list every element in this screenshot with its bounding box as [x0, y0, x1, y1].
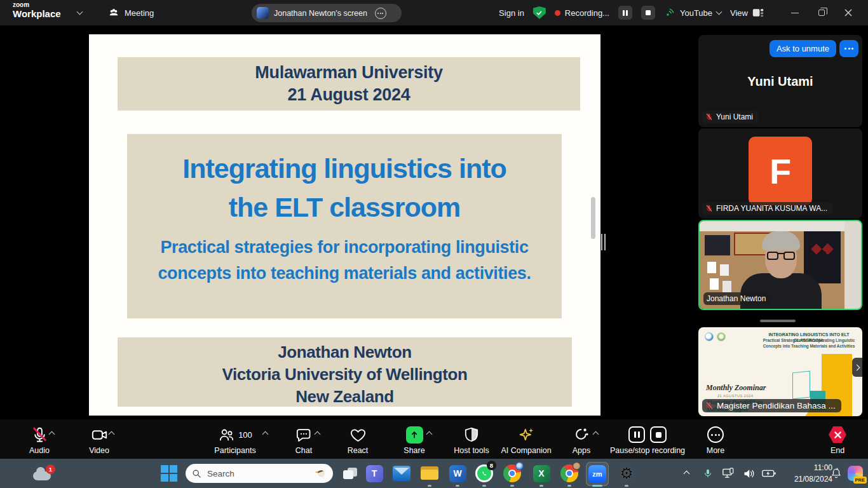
live-stream-icon: [664, 7, 675, 18]
participant-display-name: Yuni Utami: [698, 74, 862, 89]
running-indicator: [625, 485, 628, 487]
maximize-button[interactable]: [808, 0, 835, 25]
excel-app-button[interactable]: X: [532, 464, 550, 482]
poster-rect-outline: [792, 371, 810, 400]
minimize-button[interactable]: [782, 0, 808, 25]
teams-app-button[interactable]: T: [365, 464, 383, 482]
slide-author-box: Jonathan Newton Victoria University of W…: [118, 337, 572, 407]
video-button[interactable]: Video: [70, 424, 128, 455]
pause-recording-button[interactable]: [618, 6, 632, 20]
chat-options-chevron[interactable]: [315, 431, 321, 438]
youtube-live-dropdown[interactable]: YouTube: [664, 7, 721, 18]
participant-tile-firda[interactable]: F FIRDA YUANITA KUSUMA WA...: [698, 128, 862, 219]
pause-stop-recording-control: Pause/stop recording: [597, 424, 698, 455]
whatsapp-icon: 8: [475, 464, 493, 482]
security-shield-icon[interactable]: [533, 6, 546, 19]
youtube-label: YouTube: [680, 8, 712, 18]
taskbar-search[interactable]: Search: [186, 464, 333, 483]
chat-button[interactable]: Chat: [278, 424, 329, 455]
tray-expand-button[interactable]: [677, 464, 695, 482]
running-indicator: [482, 485, 486, 487]
close-button[interactable]: [835, 0, 862, 25]
participant-tile-magister[interactable]: INTEGRATING LINGUISTICS INTO ELT CLASSRO…: [698, 327, 862, 416]
more-button[interactable]: More: [698, 424, 733, 455]
start-button[interactable]: [160, 464, 178, 482]
tray-mic-button[interactable]: [699, 464, 717, 482]
tray-volume-button[interactable]: [740, 464, 757, 482]
chevron-down-icon: [716, 9, 722, 15]
chevron-right-icon: [854, 364, 860, 370]
stop-recording-button[interactable]: [641, 6, 655, 20]
copilot-button[interactable]: PRE: [846, 464, 864, 482]
audio-options-chevron[interactable]: [49, 431, 55, 438]
tray-cast-button[interactable]: [719, 464, 737, 482]
participant-name-tag: Jonathan Newton: [703, 292, 771, 305]
ai-companion-button[interactable]: AI Companion: [494, 424, 558, 455]
cloud-icon: 1: [33, 471, 51, 480]
participants-options-chevron[interactable]: [262, 431, 269, 438]
speaker-icon: [743, 468, 755, 479]
shared-screen-label: Jonathan Newton's screen: [274, 9, 367, 18]
word-app-button[interactable]: W: [449, 464, 466, 482]
shared-screen-pill[interactable]: Jonathan Newton's screen: [252, 4, 402, 22]
pause-recording-button[interactable]: [628, 426, 645, 443]
whatsapp-app-button[interactable]: 8: [475, 464, 493, 482]
audio-button[interactable]: Audio: [10, 424, 69, 455]
monitor-phone-icon: [722, 468, 735, 479]
windows-logo-icon: [161, 465, 177, 482]
stop-recording-button[interactable]: [650, 426, 667, 443]
participants-button[interactable]: 100 Participants: [197, 424, 273, 455]
share-label: Share: [389, 446, 440, 455]
participant-tile-jonathan-active-speaker[interactable]: Jonathan Newton: [698, 220, 862, 310]
sparkle-icon: [517, 426, 535, 444]
host-tools-button[interactable]: Host tools: [445, 424, 498, 455]
chrome-profile2-app-button[interactable]: [560, 464, 578, 482]
view-label: View: [730, 8, 748, 18]
more-options-icon[interactable]: [375, 8, 386, 19]
windows-taskbar: 1 Search T W 8 X: [0, 459, 868, 488]
slide-title-line1: Integrating linguistics into: [127, 149, 562, 188]
settings-app-button[interactable]: ⚙: [618, 464, 635, 482]
participant-name-tag: Magister Pendidikan Bahasa ...: [702, 399, 841, 412]
pause-stop-recording-label: Pause/stop recording: [597, 446, 698, 455]
share-button[interactable]: Share: [389, 424, 440, 455]
heart-icon: [349, 426, 367, 444]
gallery-scroll-divider[interactable]: [760, 320, 796, 322]
running-indicator: [510, 485, 514, 487]
tray-battery-button[interactable]: [760, 464, 778, 482]
muted-mic-icon: [705, 402, 714, 410]
slide-title-line2: the ELT classroom: [127, 188, 562, 227]
chevron-down-icon[interactable]: [77, 9, 83, 15]
task-view-button[interactable]: [341, 464, 359, 482]
file-explorer-button[interactable]: [421, 464, 438, 482]
participant-name-tag: FIRDA YUANITA KUSUMA WA...: [702, 202, 833, 215]
chrome-app-button[interactable]: [503, 464, 521, 482]
tray-time: 11:00: [776, 462, 832, 473]
mail-app-button[interactable]: [393, 464, 410, 482]
participant-tile-yuni[interactable]: Ask to unmute Yuni Utami Yuni Utami: [698, 35, 862, 127]
teams-icon: T: [366, 465, 383, 482]
slide-scrollbar[interactable]: [591, 197, 595, 239]
stage-sidebar-resize-handle[interactable]: [600, 234, 606, 250]
end-meeting-button[interactable]: End: [821, 424, 854, 455]
react-button[interactable]: React: [336, 424, 380, 455]
avatar-letter-text: F: [770, 151, 791, 192]
share-options-chevron[interactable]: [426, 431, 433, 438]
participant-more-button[interactable]: [839, 40, 858, 57]
muted-mic-icon: [31, 426, 48, 444]
task-view-icon: [343, 468, 357, 479]
view-button[interactable]: View: [730, 8, 764, 18]
tab-meeting[interactable]: Meeting: [102, 0, 160, 25]
weather-widget[interactable]: 1: [33, 464, 51, 482]
sign-in-button[interactable]: Sign in: [499, 8, 524, 18]
video-options-chevron[interactable]: [109, 431, 115, 438]
slide-title-box: Integrating linguistics into the ELT cla…: [127, 134, 562, 318]
notification-bell-button[interactable]: [827, 464, 845, 482]
ask-to-unmute-button[interactable]: Ask to unmute: [770, 40, 836, 57]
zoom-app-button-active[interactable]: zm: [586, 462, 609, 486]
next-gallery-page-button[interactable]: [852, 358, 862, 377]
slide-date: 21 August 2024: [118, 84, 580, 106]
mail-icon: [393, 466, 410, 481]
taskbar-clock[interactable]: 11:00 21/08/2024: [776, 462, 832, 485]
workplace-logo-text: Workplace: [13, 9, 61, 18]
